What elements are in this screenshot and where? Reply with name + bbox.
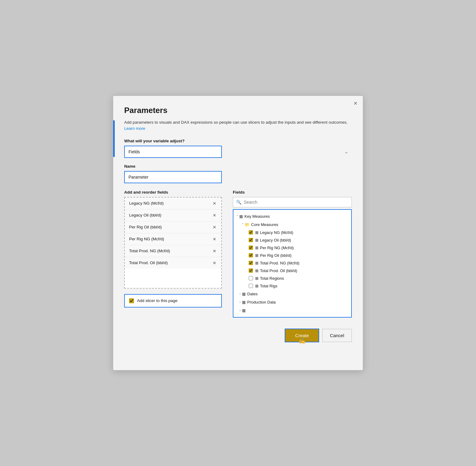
chevron-right-icon: › xyxy=(240,292,240,296)
cancel-button[interactable]: Cancel xyxy=(322,329,352,342)
remove-field-button[interactable]: ✕ xyxy=(212,260,217,265)
tree-item-label: Total Prod. Oil (bbl/d) xyxy=(260,268,297,273)
remove-field-button[interactable]: ✕ xyxy=(212,213,217,218)
list-item: Per Rig Oil (bbl/d) ✕ xyxy=(125,221,221,233)
more-group: › ▦ xyxy=(233,306,351,315)
dates-label: Dates xyxy=(247,292,258,296)
dialog-title: Parameters xyxy=(124,106,352,115)
name-input[interactable] xyxy=(124,171,222,183)
list-item: Legacy Oil (bbl/d) ✕ xyxy=(125,209,221,221)
legacy-oil-checkbox[interactable] xyxy=(249,238,253,242)
table-icon: ▦ xyxy=(242,308,246,313)
more-header[interactable]: › ▦ xyxy=(236,306,351,315)
list-item: ▦ Total Regions xyxy=(244,275,351,282)
key-measures-header[interactable]: ˅ ▦ Key Measures xyxy=(233,212,351,220)
production-data-label: Production Data xyxy=(247,300,276,304)
tree-item-label: Legacy Oil (bbl/d) xyxy=(260,238,291,242)
legacy-ng-checkbox[interactable] xyxy=(249,230,253,235)
tree-item-label: Legacy NG (Mcf/d) xyxy=(260,230,293,235)
core-measures-label: Core Measures xyxy=(251,222,278,227)
fields-list-label: Add and reorder fields xyxy=(124,190,222,195)
chevron-down-icon: ˅ xyxy=(242,223,243,226)
list-item: Legacy NG (Mcf/d) ✕ xyxy=(125,198,221,209)
parameters-dialog: × Parameters Add parameters to visuals a… xyxy=(113,96,363,370)
search-icon: 🔍 xyxy=(236,200,241,205)
left-accent xyxy=(113,120,115,157)
key-measures-group: ˅ ▦ Key Measures ˅ 📁 Core Measures xyxy=(233,212,351,290)
tree-item-label: Total Rigs xyxy=(260,284,277,288)
measure-icon: ▦ xyxy=(255,268,258,273)
total-rigs-checkbox[interactable] xyxy=(249,284,253,288)
measure-icon: ▦ xyxy=(255,253,258,257)
dialog-footer: Create ✍ Cancel xyxy=(124,329,352,342)
total-prod-ng-checkbox[interactable] xyxy=(249,261,253,265)
table-icon: ▦ xyxy=(242,300,246,304)
chevron-right-icon: › xyxy=(240,300,240,304)
list-item: ▦ Per Rig Oil (bbl/d) xyxy=(244,252,351,259)
chevron-right-icon: › xyxy=(240,309,240,312)
right-column: Fields 🔍 ˅ ▦ Key Measures ˅ xyxy=(233,190,352,318)
remove-field-button[interactable]: ✕ xyxy=(212,237,217,242)
dialog-description: Add parameters to visuals and DAX expres… xyxy=(124,119,352,132)
variable-select[interactable]: Fields Numeric range xyxy=(124,146,222,158)
fields-tree: ˅ ▦ Key Measures ˅ 📁 Core Measures xyxy=(233,209,352,318)
dates-group: › ▦ Dates xyxy=(233,290,351,298)
list-item: ▦ Per Rig NG (Mcf/d) xyxy=(244,244,351,252)
add-slicer-label: Add slicer to this page xyxy=(137,298,178,303)
list-item: Total Prod. NG (Mcf/d) ✕ xyxy=(125,245,221,257)
production-data-header[interactable]: › ▦ Production Data xyxy=(236,298,351,306)
core-measures-items: ▦ Legacy NG (Mcf/d) ▦ Legacy Oil (bbl/d)… xyxy=(239,229,351,290)
add-slicer-checkbox[interactable] xyxy=(129,298,134,303)
folder-icon: 📁 xyxy=(245,222,250,227)
production-data-group: › ▦ Production Data xyxy=(233,298,351,306)
per-rig-oil-checkbox[interactable] xyxy=(249,253,253,257)
per-rig-ng-checkbox[interactable] xyxy=(249,246,253,250)
measure-icon: ▦ xyxy=(255,261,258,265)
table-icon: ▦ xyxy=(239,214,243,219)
tree-item-label: Total Regions xyxy=(260,276,284,281)
search-input[interactable] xyxy=(244,200,348,205)
fields-list: Legacy NG (Mcf/d) ✕ Legacy Oil (bbl/d) ✕… xyxy=(124,197,222,289)
list-item: Total Prod. Oil (bbl/d) ✕ xyxy=(125,257,221,269)
search-box: 🔍 xyxy=(233,197,352,207)
list-item: ▦ Total Prod. Oil (bbl/d) xyxy=(244,267,351,275)
list-item: Per Rig NG (Mcf/d) ✕ xyxy=(125,233,221,245)
core-measures-group: ˅ 📁 Core Measures ▦ Legacy NG (Mcf/d) xyxy=(233,220,351,290)
create-button[interactable]: Create ✍ xyxy=(285,329,319,342)
measure-icon: ▦ xyxy=(255,238,258,242)
remove-field-button[interactable]: ✕ xyxy=(212,225,217,230)
measure-icon: ▦ xyxy=(255,246,258,250)
total-prod-oil-checkbox[interactable] xyxy=(249,268,253,273)
tree-item-label: Total Prod. NG (Mcf/d) xyxy=(260,261,299,265)
tree-item-label: Per Rig NG (Mcf/d) xyxy=(260,246,294,250)
table-icon: ▦ xyxy=(242,292,246,296)
list-item: ▦ Legacy Oil (bbl/d) xyxy=(244,236,351,244)
dates-header[interactable]: › ▦ Dates xyxy=(236,290,351,298)
chevron-down-icon: ˅ xyxy=(236,215,238,218)
left-column: Add and reorder fields Legacy NG (Mcf/d)… xyxy=(124,190,222,308)
tree-item-label: Per Rig Oil (bbl/d) xyxy=(260,253,291,258)
learn-more-link[interactable]: Learn more xyxy=(124,126,145,131)
measure-icon: ▦ xyxy=(255,284,258,288)
list-item: ▦ Total Prod. NG (Mcf/d) xyxy=(244,259,351,267)
list-item: ▦ Legacy NG (Mcf/d) xyxy=(244,229,351,236)
variable-section-label: What will your variable adjust? xyxy=(124,139,352,143)
cursor-icon: ✍ xyxy=(299,337,305,344)
add-slicer-container: Add slicer to this page xyxy=(124,294,222,308)
fields-panel-title: Fields xyxy=(233,190,352,195)
core-measures-header[interactable]: ˅ 📁 Core Measures xyxy=(239,220,351,229)
add-slicer-row: Add slicer to this page xyxy=(124,294,222,308)
name-section-label: Name xyxy=(124,164,352,169)
list-item: ▦ Total Rigs xyxy=(244,282,351,290)
variable-select-wrapper: Fields Numeric range ⌄ xyxy=(124,146,352,158)
key-measures-label: Key Measures xyxy=(244,214,270,219)
measure-icon: ▦ xyxy=(255,276,258,280)
remove-field-button[interactable]: ✕ xyxy=(212,249,217,253)
two-column-layout: Add and reorder fields Legacy NG (Mcf/d)… xyxy=(124,190,352,318)
remove-field-button[interactable]: ✕ xyxy=(212,201,217,206)
chevron-down-icon: ⌄ xyxy=(344,149,348,154)
total-regions-checkbox[interactable] xyxy=(249,276,253,280)
measure-icon: ▦ xyxy=(255,230,258,235)
close-button[interactable]: × xyxy=(354,100,357,106)
